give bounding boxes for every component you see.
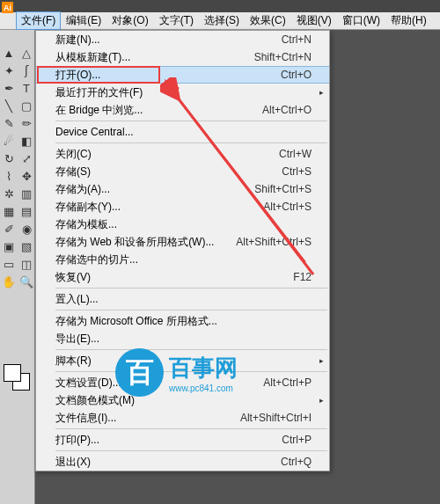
menu-item-open[interactable]: 打开(O)...Ctrl+O <box>36 66 329 84</box>
menu-item-save-as[interactable]: 存储为(A)...Shift+Ctrl+S <box>36 180 329 198</box>
menu-edit[interactable]: 编辑(E) <box>61 11 106 30</box>
zoom-tool-icon[interactable]: 🔍 <box>18 273 35 290</box>
menu-item-save-slices[interactable]: 存储选中的切片... <box>36 251 329 268</box>
menu-window[interactable]: 窗口(W) <box>337 11 385 30</box>
mesh-tool-icon[interactable]: ▦ <box>0 202 18 220</box>
scale-tool-icon[interactable]: ⤢ <box>18 150 35 167</box>
separator <box>55 428 327 429</box>
menu-effect[interactable]: 效果(C) <box>245 11 291 30</box>
watermark: 百 百事网 www.pc841.com <box>115 348 238 397</box>
selection-tool-icon[interactable]: ▲ <box>0 44 18 62</box>
graph-tool-icon[interactable]: ▥ <box>18 185 35 202</box>
menu-item-new-template[interactable]: 从模板新建(T)...Shift+Ctrl+N <box>36 48 329 66</box>
pen-tool-icon[interactable]: ✒ <box>0 79 18 97</box>
fill-color-icon[interactable] <box>4 364 21 382</box>
menu-item-browse-bridge[interactable]: 在 Bridge 中浏览...Alt+Ctrl+O <box>36 101 329 119</box>
warp-tool-icon[interactable]: ⌇ <box>0 167 18 185</box>
menu-file[interactable]: 文件(F) <box>16 11 61 30</box>
eraser-tool-icon[interactable]: ◧ <box>18 132 35 150</box>
symbol-sprayer-tool-icon[interactable]: ✲ <box>0 185 18 202</box>
rotate-tool-icon[interactable]: ↻ <box>0 150 18 167</box>
menu-item-place[interactable]: 置入(L)... <box>36 290 329 308</box>
menu-item-print[interactable]: 打印(P)...Ctrl+P <box>36 431 329 449</box>
menu-item-save-copy[interactable]: 存储副本(Y)...Alt+Ctrl+S <box>36 198 329 215</box>
menu-item-save-web[interactable]: 存储为 Web 和设备所用格式(W)...Alt+Shift+Ctrl+S <box>36 233 329 251</box>
menu-item-close[interactable]: 关闭(C)Ctrl+W <box>36 145 329 163</box>
blob-brush-tool-icon[interactable]: ☄ <box>0 132 18 150</box>
lasso-tool-icon[interactable]: ʃ <box>18 62 35 79</box>
toolbox[interactable]: ▲△ ✦ʃ ✒T ╲▢ ✎✏ ☄◧ ↻⤢ ⌇✥ ✲▥ ▦▤ ✐◉ ▣▧ ▭◫ ✋… <box>0 30 35 504</box>
menu-item-save-ms-office[interactable]: 存储为 Microsoft Office 所用格式... <box>36 312 329 330</box>
direct-select-tool-icon[interactable]: △ <box>18 44 35 62</box>
menu-item-recent-files[interactable]: 最近打开的文件(F) <box>36 84 329 101</box>
menu-view[interactable]: 视图(V) <box>291 11 337 30</box>
live-paint-select-tool-icon[interactable]: ▧ <box>18 237 35 255</box>
color-swatch[interactable] <box>4 364 30 391</box>
artboard-tool-icon[interactable]: ▭ <box>0 255 18 273</box>
menu-item-save-template[interactable]: 存储为模板... <box>36 215 329 233</box>
app-icon: Ai <box>2 2 13 13</box>
pencil-tool-icon[interactable]: ✏ <box>18 114 35 132</box>
menu-object[interactable]: 对象(O) <box>106 11 153 30</box>
menu-item-save[interactable]: 存储(S)Ctrl+S <box>36 163 329 180</box>
menu-item-new[interactable]: 新建(N)...Ctrl+N <box>36 31 329 48</box>
file-menu-dropdown[interactable]: 新建(N)...Ctrl+N 从模板新建(T)...Shift+Ctrl+N 打… <box>35 30 330 471</box>
magic-wand-tool-icon[interactable]: ✦ <box>0 62 18 79</box>
separator <box>55 142 327 143</box>
separator <box>55 121 327 121</box>
menu-text[interactable]: 文字(T) <box>154 11 199 30</box>
titlebar <box>0 0 440 12</box>
menu-item-quit[interactable]: 退出(X)Ctrl+Q <box>36 453 329 471</box>
line-tool-icon[interactable]: ╲ <box>0 97 18 114</box>
type-tool-icon[interactable]: T <box>18 79 35 97</box>
watermark-url: www.pc841.com <box>169 383 238 393</box>
live-paint-tool-icon[interactable]: ▣ <box>0 237 18 255</box>
eyedropper-tool-icon[interactable]: ✐ <box>0 220 18 237</box>
menu-item-file-info[interactable]: 文件信息(I)...Alt+Shift+Ctrl+I <box>36 409 329 427</box>
menu-help[interactable]: 帮助(H) <box>385 11 432 30</box>
separator <box>55 450 327 451</box>
blend-tool-icon[interactable]: ◉ <box>18 220 35 237</box>
free-transform-tool-icon[interactable]: ✥ <box>18 167 35 185</box>
menu-item-export[interactable]: 导出(E)... <box>36 330 329 347</box>
slice-tool-icon[interactable]: ◫ <box>18 255 35 273</box>
brush-tool-icon[interactable]: ✎ <box>0 114 18 132</box>
menu-select[interactable]: 选择(S) <box>199 11 245 30</box>
hand-tool-icon[interactable]: ✋ <box>0 273 18 290</box>
watermark-icon: 百 <box>115 348 164 397</box>
menu-item-revert[interactable]: 恢复(V)F12 <box>36 268 329 286</box>
menubar[interactable]: 文件(F) 编辑(E) 对象(O) 文字(T) 选择(S) 效果(C) 视图(V… <box>0 12 440 30</box>
separator <box>55 310 327 310</box>
rectangle-tool-icon[interactable]: ▢ <box>18 97 35 114</box>
gradient-tool-icon[interactable]: ▤ <box>18 202 35 220</box>
watermark-text: 百事网 <box>169 353 238 383</box>
menu-item-device-central[interactable]: Device Central... <box>36 123 329 141</box>
separator <box>55 288 327 289</box>
